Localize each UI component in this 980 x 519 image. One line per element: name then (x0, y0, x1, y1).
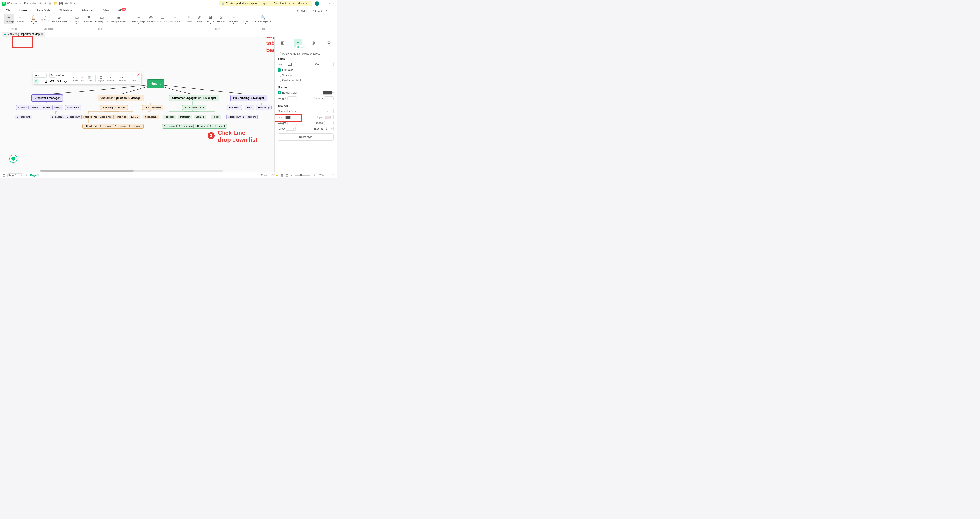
bold-button[interactable]: B (33, 79, 38, 84)
font-increase-icon[interactable]: A⁺ (58, 74, 61, 77)
fit-screen-icon[interactable]: ⛶ (326, 174, 329, 177)
menu-ai[interactable]: AIHot (116, 8, 127, 13)
tb-layout-button[interactable]: ⿻Layout (97, 75, 106, 82)
summary-button[interactable]: ≡Summary (169, 14, 180, 25)
menu-file[interactable]: File (4, 8, 12, 13)
branch-weight-dropdown[interactable]: ▾ (287, 121, 297, 125)
node-tt-ads[interactable]: Tiktok Ads (114, 115, 128, 119)
undo-icon[interactable]: ↶ (40, 2, 42, 5)
export-icon[interactable]: ⇱ ▾ (70, 2, 75, 5)
paste-button[interactable]: 📋Paste▾ (29, 14, 38, 25)
topic-button[interactable]: ▭Topic▾ (72, 14, 81, 25)
fill-color-dropdown[interactable]: ▾ (332, 68, 334, 72)
user-avatar[interactable]: C (315, 2, 319, 6)
canvas[interactable]: 1 Click Style tab bar 2 Click Line drop … (0, 37, 274, 172)
pin-icon[interactable]: 📌 (137, 73, 140, 76)
panel-toggle-icon[interactable]: ◫ (332, 33, 335, 36)
node-hc-partnership[interactable]: 1 Headcount (226, 115, 243, 119)
copy-button[interactable]: ⿻Copy (40, 18, 50, 22)
tb-connector-button[interactable]: ↝Connector (115, 75, 127, 82)
node-seo[interactable]: SEO: 1 Teamlead (142, 105, 164, 110)
branch-topic-dropdown[interactable]: ▾ (324, 115, 334, 119)
close-tab-icon[interactable]: ✕ (41, 33, 43, 36)
tb-shape-button[interactable]: ▭Shape (71, 75, 79, 82)
apply-same-checkbox[interactable] (278, 52, 281, 55)
add-page-button[interactable]: ＋ (25, 174, 28, 177)
sp-tab-settings[interactable]: ⚙ (325, 39, 333, 47)
node-g-ads[interactable]: Google Ads (98, 115, 114, 119)
sp-tab-style[interactable]: ✦ Style (294, 39, 302, 47)
border-color-swatch[interactable] (323, 91, 332, 95)
node-concept[interactable]: Concept (16, 105, 29, 110)
formula-button[interactable]: ΣFormula (216, 14, 226, 25)
new-icon[interactable]: ⊞ (49, 2, 51, 5)
multiple-topics-button[interactable]: ☰Multiple Topics (111, 14, 127, 25)
publish-button[interactable]: ✈ Publish (296, 9, 308, 12)
clear-format-button[interactable]: ◇ (63, 78, 68, 84)
node-hc-fb[interactable]: 1 Headcount (162, 124, 179, 129)
border-color-dropdown[interactable]: ▾ (332, 91, 334, 94)
customize-width-checkbox[interactable] (278, 79, 281, 82)
node-hc-ig[interactable]: 0.5 Headcount (177, 124, 196, 129)
add-tab-button[interactable]: ＋ (46, 31, 52, 37)
menu-home[interactable]: Home (18, 8, 29, 13)
minimize-icon[interactable]: — (322, 2, 325, 5)
sp-tab-tag[interactable]: ◎ (309, 39, 317, 47)
border-weight-dropdown[interactable]: ▾ (287, 97, 297, 100)
view-grid-icon[interactable]: ▦ (280, 174, 283, 177)
node-fb-ads[interactable]: Facebook Ads (81, 115, 99, 119)
horizontal-scrollbar[interactable] (40, 170, 223, 172)
mindmap-button[interactable]: ✦MindMap (3, 14, 14, 24)
branch-tapered-dropdown[interactable]: ⟨▾ (325, 127, 334, 131)
active-page-label[interactable]: Page-1 (30, 174, 39, 177)
node-hc3[interactable]: 3 Headcount (143, 115, 159, 119)
node-tt[interactable]: Tiktok (211, 115, 221, 119)
mark-button[interactable]: ◎Mark (195, 14, 204, 25)
font-size-select[interactable]: 14 (49, 73, 55, 78)
share-button[interactable]: ↗ Share (312, 9, 322, 12)
fill-color-checkbox[interactable]: ✓ (278, 68, 281, 72)
node-hc-etc[interactable]: 1 Headcount (127, 124, 144, 129)
help-icon[interactable]: ? (325, 9, 327, 12)
format-painter-button[interactable]: 🖌Format Painter (52, 14, 68, 25)
collapse-ribbon-icon[interactable]: ⌃ (331, 9, 333, 12)
node-root[interactable]: rtment (147, 79, 164, 88)
branch-arrow-dropdown[interactable]: ▾ (286, 127, 296, 131)
node-hc-concept[interactable]: 1 Headcount (15, 115, 32, 119)
node-customer-acquisition[interactable]: Customer Aquisition: 1 Manager (97, 95, 144, 101)
more-button[interactable]: ⋯More▾ (241, 14, 250, 25)
node-hc-video[interactable]: 1 Headcount (65, 115, 82, 119)
floating-topic-button[interactable]: ▭Floating Topic (94, 14, 110, 25)
node-event[interactable]: Event (245, 105, 255, 110)
menu-advanced[interactable]: Advanced (80, 8, 96, 13)
highlight-button[interactable]: ✎▾ (56, 78, 62, 84)
branch-line-dropdown[interactable]: ▾ (284, 115, 294, 119)
menu-page-style[interactable]: Page Style (35, 8, 52, 13)
node-prbooking[interactable]: PR Booking (256, 105, 272, 110)
menu-view[interactable]: View (101, 8, 111, 13)
node-pr-branding[interactable]: PR Branding: 1 Manager (230, 95, 267, 101)
boundary-button[interactable]: ▭Boundary (157, 14, 168, 25)
node-social[interactable]: Social Comunication (182, 105, 207, 110)
tb-fill-button[interactable]: ●Fill (80, 75, 85, 82)
node-hc-fbads[interactable]: 1 Headcount (83, 124, 99, 129)
italic-button[interactable]: I (40, 79, 43, 84)
border-dashes-dropdown[interactable]: ▾ (324, 97, 334, 100)
node-design[interactable]: Design (52, 105, 63, 110)
shadow-checkbox[interactable] (278, 74, 281, 77)
redo-icon[interactable]: ↷ (44, 2, 46, 5)
zoom-out-button[interactable]: − (291, 174, 292, 177)
node-fb[interactable]: Facebook (162, 115, 177, 119)
ai-fab[interactable] (10, 154, 18, 163)
reset-style-button[interactable]: Reset style (278, 134, 334, 141)
fullscreen-icon[interactable]: ⤢ (332, 174, 334, 177)
fill-color-swatch[interactable] (323, 68, 332, 72)
open-icon[interactable]: 📁 (54, 2, 57, 5)
node-etc[interactable]: Etc …. (129, 115, 140, 119)
find-replace-button[interactable]: 🔍Find & Replace (255, 14, 272, 24)
node-yt[interactable]: Youtube (194, 115, 206, 119)
underline-button[interactable]: U (43, 79, 48, 84)
page-dropdown[interactable]: Page-1▾ (7, 174, 23, 177)
font-decrease-icon[interactable]: A⁻ (62, 74, 65, 77)
document-tab[interactable]: ◆ Marketing Department Map ✕ (2, 32, 45, 37)
